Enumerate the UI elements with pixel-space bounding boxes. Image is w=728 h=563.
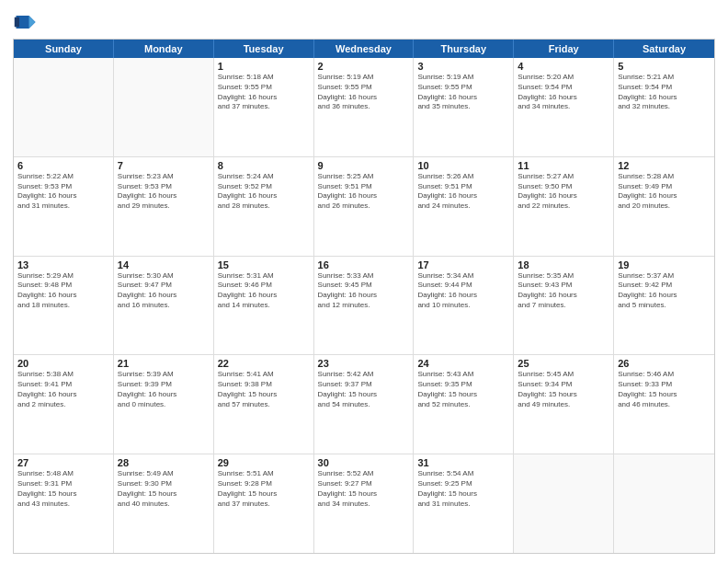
calendar-cell: 13Sunrise: 5:29 AM Sunset: 9:48 PM Dayli…	[14, 257, 114, 355]
day-content: Sunrise: 5:24 AM Sunset: 9:52 PM Dayligh…	[218, 172, 310, 212]
day-number: 17	[417, 259, 509, 270]
day-content: Sunrise: 5:27 AM Sunset: 9:50 PM Dayligh…	[518, 172, 609, 212]
day-content: Sunrise: 5:26 AM Sunset: 9:51 PM Dayligh…	[417, 172, 509, 212]
day-number: 28	[118, 457, 210, 468]
calendar-cell: 8Sunrise: 5:24 AM Sunset: 9:52 PM Daylig…	[214, 157, 314, 256]
calendar-row: 6Sunrise: 5:22 AM Sunset: 9:53 PM Daylig…	[14, 157, 714, 257]
calendar-cell: 7Sunrise: 5:23 AM Sunset: 9:53 PM Daylig…	[114, 157, 214, 256]
day-number: 14	[118, 259, 210, 270]
day-content: Sunrise: 5:20 AM Sunset: 9:54 PM Dayligh…	[518, 73, 609, 112]
day-number: 27	[17, 457, 109, 468]
calendar-cell: 9Sunrise: 5:25 AM Sunset: 9:51 PM Daylig…	[314, 157, 415, 256]
day-content: Sunrise: 5:43 AM Sunset: 9:35 PM Dayligh…	[417, 370, 509, 409]
calendar-cell: 12Sunrise: 5:28 AM Sunset: 9:49 PM Dayli…	[614, 157, 714, 256]
calendar-header-day: Wednesday	[314, 40, 415, 58]
calendar-cell: 27Sunrise: 5:48 AM Sunset: 9:31 PM Dayli…	[14, 454, 114, 553]
calendar-cell: 10Sunrise: 5:26 AM Sunset: 9:51 PM Dayli…	[414, 157, 514, 256]
day-number: 29	[218, 457, 310, 468]
day-content: Sunrise: 5:51 AM Sunset: 9:28 PM Dayligh…	[218, 469, 310, 509]
day-content: Sunrise: 5:19 AM Sunset: 9:55 PM Dayligh…	[417, 73, 509, 112]
day-content: Sunrise: 5:34 AM Sunset: 9:44 PM Dayligh…	[417, 271, 509, 311]
day-number: 1	[218, 61, 310, 72]
day-content: Sunrise: 5:19 AM Sunset: 9:55 PM Dayligh…	[318, 73, 410, 112]
calendar-body: 1Sunrise: 5:18 AM Sunset: 9:55 PM Daylig…	[14, 58, 714, 553]
calendar-header-day: Friday	[514, 40, 614, 58]
day-number: 16	[318, 259, 410, 270]
calendar-cell: 28Sunrise: 5:49 AM Sunset: 9:30 PM Dayli…	[114, 454, 214, 553]
day-content: Sunrise: 5:35 AM Sunset: 9:43 PM Dayligh…	[518, 271, 609, 311]
day-number: 31	[417, 457, 509, 468]
day-content: Sunrise: 5:23 AM Sunset: 9:53 PM Dayligh…	[118, 172, 210, 212]
day-number: 25	[518, 358, 609, 369]
day-content: Sunrise: 5:28 AM Sunset: 9:49 PM Dayligh…	[618, 172, 711, 212]
day-content: Sunrise: 5:25 AM Sunset: 9:51 PM Dayligh…	[318, 172, 410, 212]
calendar-cell	[614, 454, 714, 553]
day-content: Sunrise: 5:30 AM Sunset: 9:47 PM Dayligh…	[118, 271, 210, 311]
day-number: 24	[417, 358, 509, 369]
day-number: 30	[318, 457, 410, 468]
day-number: 18	[518, 259, 609, 270]
calendar-cell: 19Sunrise: 5:37 AM Sunset: 9:42 PM Dayli…	[614, 257, 714, 355]
day-number: 11	[518, 160, 609, 171]
day-number: 10	[417, 160, 509, 171]
day-number: 19	[618, 259, 711, 270]
calendar-cell: 3Sunrise: 5:19 AM Sunset: 9:55 PM Daylig…	[414, 58, 514, 156]
logo	[13, 9, 42, 35]
day-content: Sunrise: 5:18 AM Sunset: 9:55 PM Dayligh…	[218, 73, 310, 112]
calendar-cell: 4Sunrise: 5:20 AM Sunset: 9:54 PM Daylig…	[514, 58, 614, 156]
day-content: Sunrise: 5:48 AM Sunset: 9:31 PM Dayligh…	[17, 469, 109, 509]
page: SundayMondayTuesdayWednesdayThursdayFrid…	[0, 0, 728, 563]
day-content: Sunrise: 5:38 AM Sunset: 9:41 PM Dayligh…	[17, 370, 109, 409]
day-content: Sunrise: 5:21 AM Sunset: 9:54 PM Dayligh…	[618, 73, 711, 112]
calendar-cell: 17Sunrise: 5:34 AM Sunset: 9:44 PM Dayli…	[414, 257, 514, 355]
day-number: 5	[618, 61, 711, 72]
calendar-cell: 6Sunrise: 5:22 AM Sunset: 9:53 PM Daylig…	[14, 157, 114, 256]
calendar-cell: 1Sunrise: 5:18 AM Sunset: 9:55 PM Daylig…	[214, 58, 314, 156]
calendar-header-day: Sunday	[14, 40, 114, 58]
day-number: 20	[17, 358, 109, 369]
day-content: Sunrise: 5:22 AM Sunset: 9:53 PM Dayligh…	[17, 172, 109, 212]
day-number: 6	[17, 160, 109, 171]
header	[13, 9, 715, 35]
calendar-cell: 30Sunrise: 5:52 AM Sunset: 9:27 PM Dayli…	[314, 454, 415, 553]
day-content: Sunrise: 5:29 AM Sunset: 9:48 PM Dayligh…	[17, 271, 109, 311]
day-content: Sunrise: 5:37 AM Sunset: 9:42 PM Dayligh…	[618, 271, 711, 311]
calendar-row: 20Sunrise: 5:38 AM Sunset: 9:41 PM Dayli…	[14, 355, 714, 454]
calendar-cell	[114, 58, 214, 156]
calendar-cell: 21Sunrise: 5:39 AM Sunset: 9:39 PM Dayli…	[114, 355, 214, 454]
calendar-cell: 11Sunrise: 5:27 AM Sunset: 9:50 PM Dayli…	[514, 157, 614, 256]
day-content: Sunrise: 5:42 AM Sunset: 9:37 PM Dayligh…	[318, 370, 410, 409]
calendar-cell: 23Sunrise: 5:42 AM Sunset: 9:37 PM Dayli…	[314, 355, 415, 454]
day-content: Sunrise: 5:33 AM Sunset: 9:45 PM Dayligh…	[318, 271, 410, 311]
day-number: 8	[218, 160, 310, 171]
calendar-header-day: Saturday	[614, 40, 714, 58]
calendar-cell: 25Sunrise: 5:45 AM Sunset: 9:34 PM Dayli…	[514, 355, 614, 454]
day-number: 21	[118, 358, 210, 369]
calendar-cell: 18Sunrise: 5:35 AM Sunset: 9:43 PM Dayli…	[514, 257, 614, 355]
calendar-cell: 20Sunrise: 5:38 AM Sunset: 9:41 PM Dayli…	[14, 355, 114, 454]
day-number: 15	[218, 259, 310, 270]
calendar-header-day: Monday	[114, 40, 214, 58]
day-content: Sunrise: 5:31 AM Sunset: 9:46 PM Dayligh…	[218, 271, 310, 311]
day-number: 26	[618, 358, 711, 369]
day-number: 12	[618, 160, 711, 171]
calendar-cell	[514, 454, 614, 553]
svg-rect-3	[15, 17, 19, 28]
calendar-row: 27Sunrise: 5:48 AM Sunset: 9:31 PM Dayli…	[14, 454, 714, 553]
day-content: Sunrise: 5:46 AM Sunset: 9:33 PM Dayligh…	[618, 370, 711, 409]
calendar-cell: 22Sunrise: 5:41 AM Sunset: 9:38 PM Dayli…	[214, 355, 314, 454]
calendar-cell: 15Sunrise: 5:31 AM Sunset: 9:46 PM Dayli…	[214, 257, 314, 355]
day-number: 3	[417, 61, 509, 72]
day-number: 4	[518, 61, 609, 72]
day-content: Sunrise: 5:52 AM Sunset: 9:27 PM Dayligh…	[318, 469, 410, 509]
day-number: 22	[218, 358, 310, 369]
day-content: Sunrise: 5:39 AM Sunset: 9:39 PM Dayligh…	[118, 370, 210, 409]
calendar-cell: 31Sunrise: 5:54 AM Sunset: 9:25 PM Dayli…	[414, 454, 514, 553]
day-number: 23	[318, 358, 410, 369]
logo-icon	[13, 9, 39, 35]
svg-marker-2	[29, 16, 36, 29]
calendar-cell: 16Sunrise: 5:33 AM Sunset: 9:45 PM Dayli…	[314, 257, 415, 355]
calendar-cell: 5Sunrise: 5:21 AM Sunset: 9:54 PM Daylig…	[614, 58, 714, 156]
calendar-header: SundayMondayTuesdayWednesdayThursdayFrid…	[14, 40, 714, 58]
day-number: 7	[118, 160, 210, 171]
